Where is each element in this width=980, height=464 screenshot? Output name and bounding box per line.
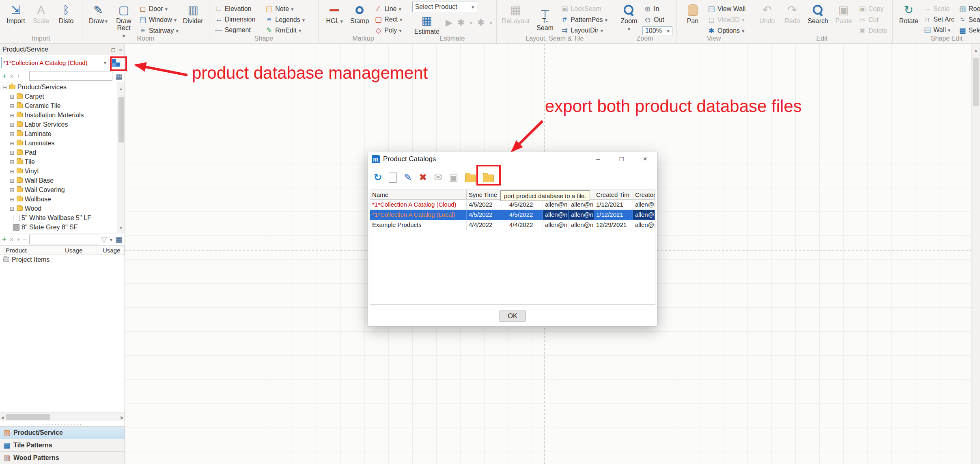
grid-view-icon[interactable]	[115, 72, 123, 80]
tab-wood-patterns[interactable]: Wood Patterns	[0, 451, 125, 464]
tree-item-laminate[interactable]: Laminate	[0, 129, 125, 138]
undo-button[interactable]: Undo	[755, 2, 779, 26]
column-header-creator[interactable]: Creator	[633, 190, 655, 200]
maximize-button[interactable]	[610, 152, 633, 166]
tree-item-vinyl[interactable]: Vinyl	[0, 166, 125, 176]
zoom-out-button[interactable]: Out	[642, 15, 672, 24]
poly-button[interactable]: Poly	[373, 26, 403, 35]
play-icon[interactable]	[446, 17, 452, 28]
scroll-right-icon[interactable]	[121, 413, 124, 421]
column-header-product[interactable]: Product	[0, 246, 59, 255]
tree-root[interactable]: Product/Services	[0, 82, 125, 92]
divider-button[interactable]: Divider	[181, 2, 205, 26]
wall-button[interactable]: Wall	[922, 26, 956, 35]
expand-icon[interactable]	[10, 121, 15, 128]
cut-button[interactable]: Cut	[857, 15, 888, 24]
room-button[interactable]: Room	[957, 4, 980, 13]
layoutdir-button[interactable]: LayoutDir	[559, 26, 609, 35]
legends-button[interactable]: Legends	[264, 15, 306, 24]
redo-button[interactable]: Redo	[780, 2, 804, 26]
note-button[interactable]: Note	[264, 4, 306, 13]
column-header-name[interactable]: Name	[370, 190, 467, 200]
caret-icon[interactable]	[110, 235, 113, 244]
import-button[interactable]: Import	[4, 2, 28, 26]
expand-icon[interactable]	[10, 196, 15, 203]
tree-item-labor-services[interactable]: Labor Services	[0, 120, 125, 129]
collapse-all-icon[interactable]	[23, 73, 26, 79]
expand-icon[interactable]	[10, 130, 15, 138]
rect-button[interactable]: Rect	[373, 15, 403, 24]
tree-item-wall-base[interactable]: Wall Base	[0, 176, 125, 185]
expand-icon[interactable]	[10, 158, 15, 166]
collapse-usage-icon[interactable]	[23, 237, 26, 242]
scrollbar-thumb[interactable]	[973, 58, 979, 106]
checkbox[interactable]	[13, 224, 19, 231]
product-database-management-button[interactable]	[110, 57, 122, 68]
expand-icon[interactable]	[10, 112, 15, 119]
column-header-usage[interactable]: Usage	[59, 246, 97, 255]
tree-item-wall-covering[interactable]: Wall Covering	[0, 185, 125, 194]
tree-item-wood[interactable]: Wood	[0, 204, 125, 213]
line-button[interactable]: Line	[373, 4, 403, 13]
expand-icon[interactable]	[10, 168, 15, 175]
usage-search-input[interactable]	[29, 235, 98, 244]
disto-button[interactable]: Disto	[54, 2, 78, 26]
filter-icon[interactable]	[101, 235, 107, 243]
scale-edit-button[interactable]: Scale	[922, 4, 956, 13]
tab-tile-patterns[interactable]: Tile Patterns	[0, 439, 125, 451]
add-category-icon[interactable]	[2, 72, 6, 80]
collapse-icon[interactable]	[2, 84, 7, 91]
expand-icon[interactable]	[10, 93, 15, 100]
expand-icon[interactable]	[10, 102, 15, 110]
list-item[interactable]: 5" White Wallbase 5" LF	[0, 213, 125, 222]
minimize-button[interactable]	[586, 152, 610, 166]
export-database-icon[interactable]	[483, 175, 494, 182]
tree-item-laminates[interactable]: Laminates	[0, 138, 125, 148]
stairway-button[interactable]: Stairway	[138, 26, 180, 35]
door-button[interactable]: Door	[138, 4, 180, 13]
delete-catalog-icon[interactable]	[419, 173, 427, 182]
view-wall-button[interactable]: View Wall	[706, 4, 747, 13]
delete-category-icon[interactable]	[9, 72, 14, 80]
relayout-button[interactable]: ReLayout	[501, 2, 531, 26]
expand-all-icon[interactable]	[17, 73, 20, 79]
dimension-button[interactable]: Dimension	[213, 15, 257, 24]
expand-icon[interactable]	[10, 205, 15, 212]
copy-button[interactable]: Copy	[857, 4, 888, 13]
window-button[interactable]: Window	[138, 15, 180, 24]
view3d-button[interactable]: View3D	[706, 15, 747, 24]
delete-button[interactable]: Delete	[857, 26, 888, 35]
table-row-example-products[interactable]: Example Products 4/4/2022 4/4/2022 allen…	[370, 220, 655, 230]
scroll-up-icon[interactable]	[974, 44, 978, 56]
column-header-usage2[interactable]: Usage	[97, 246, 125, 255]
collapse-panel-icon[interactable]	[119, 46, 122, 53]
import-database-icon[interactable]	[465, 175, 476, 182]
scrollbar-thumb[interactable]	[6, 414, 50, 420]
scroll-up-icon[interactable]	[119, 82, 123, 94]
tree-item-pad[interactable]: Pad	[0, 148, 125, 157]
zoom-button[interactable]: Zoom	[617, 2, 641, 34]
close-button[interactable]	[633, 152, 657, 166]
panel-h-scrollbar[interactable]	[0, 412, 125, 421]
new-catalog-icon[interactable]	[389, 173, 397, 183]
options-button[interactable]: Options	[706, 26, 747, 35]
tree-item-ceramic-tile[interactable]: Ceramic Tile	[0, 101, 125, 110]
layout-settings-icon[interactable]	[457, 17, 465, 28]
select-product-dropdown[interactable]: Select Product	[412, 2, 477, 12]
refresh-icon[interactable]	[374, 173, 382, 182]
scrollbar-thumb[interactable]	[118, 97, 124, 142]
expand-icon[interactable]	[10, 149, 15, 156]
select-all-button[interactable]: Select All	[957, 26, 980, 35]
estimate-button[interactable]: Estimate	[412, 13, 442, 37]
catalog-dropdown[interactable]: *1*Collection A Catalog (Cloud)	[1, 57, 108, 68]
add-usage-icon[interactable]	[2, 235, 6, 243]
delete-usage-icon[interactable]	[9, 235, 14, 243]
table-row[interactable]: Project Items	[0, 255, 125, 264]
seam-button[interactable]: Seam	[957, 15, 980, 24]
publish-icon[interactable]	[449, 173, 458, 182]
rotate-button[interactable]: Rotate	[897, 2, 920, 26]
panel-drag-handle[interactable]	[0, 421, 125, 426]
list-item[interactable]: 8" Slate Grey 8" SF	[0, 222, 125, 232]
pin-panel-icon[interactable]	[111, 46, 116, 53]
elevation-button[interactable]: Elevation	[213, 4, 257, 13]
